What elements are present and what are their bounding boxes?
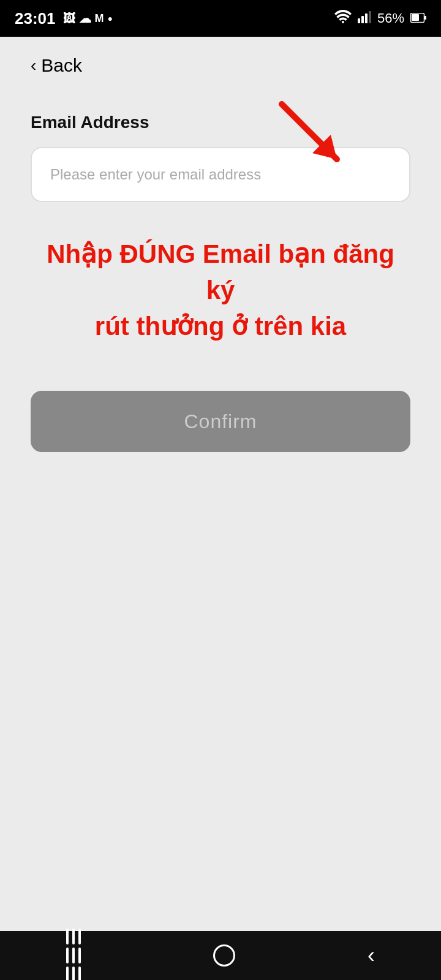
status-bar: 23:01 🖼 ☁ M ● 56% <box>0 0 441 37</box>
back-label: Back <box>41 55 82 76</box>
svg-rect-2 <box>361 16 364 23</box>
gmail-icon: M <box>95 12 104 25</box>
battery-icon <box>410 10 426 26</box>
nav-recents-button[interactable] <box>66 929 81 980</box>
svg-rect-4 <box>369 11 371 23</box>
battery-percent: 56% <box>377 10 404 26</box>
svg-rect-1 <box>358 18 360 23</box>
photo-icon: 🖼 <box>63 12 75 26</box>
status-icons: 🖼 ☁ M ● <box>63 11 113 26</box>
wifi-icon <box>334 10 352 27</box>
email-label: Email Address <box>31 113 410 132</box>
cloud-icon: ☁ <box>79 11 91 26</box>
svg-rect-3 <box>365 13 368 23</box>
svg-rect-7 <box>424 16 426 20</box>
back-chevron-icon: ‹ <box>31 56 36 75</box>
signal-icon <box>358 10 371 27</box>
nav-back-button[interactable]: ‹ <box>368 943 375 968</box>
main-content: ‹ Back Email Address Nhập ĐÚNG Email bạn… <box>0 37 441 931</box>
bottom-nav: ‹ <box>0 931 441 980</box>
instruction-line2: rút thưởng ở trên kia <box>95 312 346 341</box>
email-input-wrapper <box>31 147 410 202</box>
instruction-line1: Nhập ĐÚNG Email bạn đăng ký <box>47 239 394 304</box>
dot-icon: ● <box>108 13 113 23</box>
email-input[interactable] <box>31 147 410 202</box>
confirm-button[interactable]: Confirm <box>31 391 410 452</box>
instruction-text: Nhập ĐÚNG Email bạn đăng ký rút thưởng ở… <box>31 236 410 344</box>
svg-rect-6 <box>412 14 419 21</box>
status-left: 23:01 🖼 ☁ M ● <box>15 9 113 28</box>
confirm-label: Confirm <box>184 410 257 432</box>
nav-back-arrow-icon: ‹ <box>368 943 375 968</box>
back-button[interactable]: ‹ Back <box>31 55 410 76</box>
form-section: Email Address Nhập ĐÚNG Email bạn đăng k… <box>31 113 410 452</box>
status-time: 23:01 <box>15 9 56 28</box>
svg-point-0 <box>342 21 344 23</box>
nav-home-button[interactable] <box>213 944 235 967</box>
status-right: 56% <box>334 10 426 27</box>
